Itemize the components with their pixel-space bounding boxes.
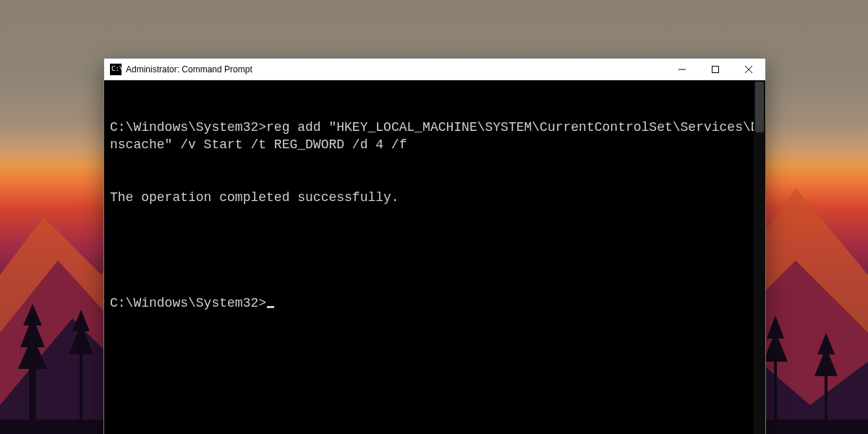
svg-rect-1	[712, 66, 719, 72]
terminal-line-prompt: C:\Windows\System32>	[110, 294, 760, 312]
close-button[interactable]	[732, 59, 765, 80]
prompt-text: C:\Windows\System32>	[110, 120, 266, 135]
terminal-blank-line	[110, 242, 760, 259]
scrollbar-thumb[interactable]	[755, 82, 764, 132]
terminal-area[interactable]: C:\Windows\System32>reg add "HKEY_LOCAL_…	[104, 80, 765, 434]
minimize-button[interactable]	[665, 59, 699, 80]
vertical-scrollbar[interactable]	[754, 80, 765, 434]
prompt-text: C:\Windows\System32>	[110, 296, 266, 310]
terminal-line-command: C:\Windows\System32>reg add "HKEY_LOCAL_…	[110, 119, 760, 154]
cursor-icon	[267, 306, 274, 308]
desktop-wallpaper: C:\ Administrator: Command Prompt C:\Win…	[0, 0, 868, 434]
command-prompt-window: C:\ Administrator: Command Prompt C:\Win…	[103, 58, 766, 434]
cmd-icon: C:\	[110, 64, 122, 75]
titlebar[interactable]: C:\ Administrator: Command Prompt	[104, 59, 765, 80]
window-title: Administrator: Command Prompt	[126, 64, 252, 75]
maximize-button[interactable]	[699, 59, 732, 80]
terminal-line-output: The operation completed successfully.	[110, 189, 760, 206]
